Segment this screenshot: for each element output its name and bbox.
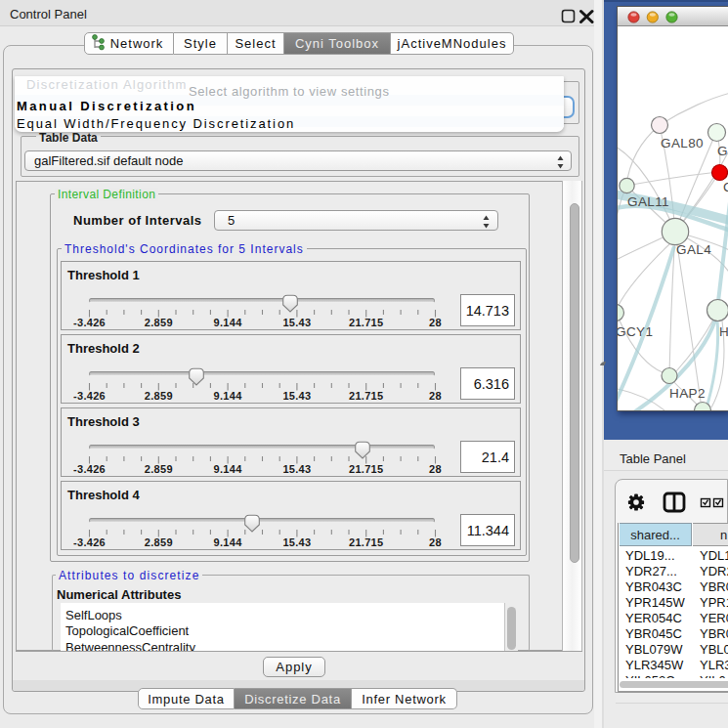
svg-text:GAL4: GAL4 <box>676 242 711 257</box>
svg-text:C: C <box>723 180 728 194</box>
svg-text:GAL11: GAL11 <box>627 194 669 209</box>
svg-text:GAL80: GAL80 <box>661 136 704 150</box>
svg-text:H: H <box>719 324 728 339</box>
svg-text:HAP2: HAP2 <box>669 386 706 401</box>
svg-text:G.: G. <box>717 144 728 158</box>
svg-text:GCY1: GCY1 <box>618 324 653 339</box>
